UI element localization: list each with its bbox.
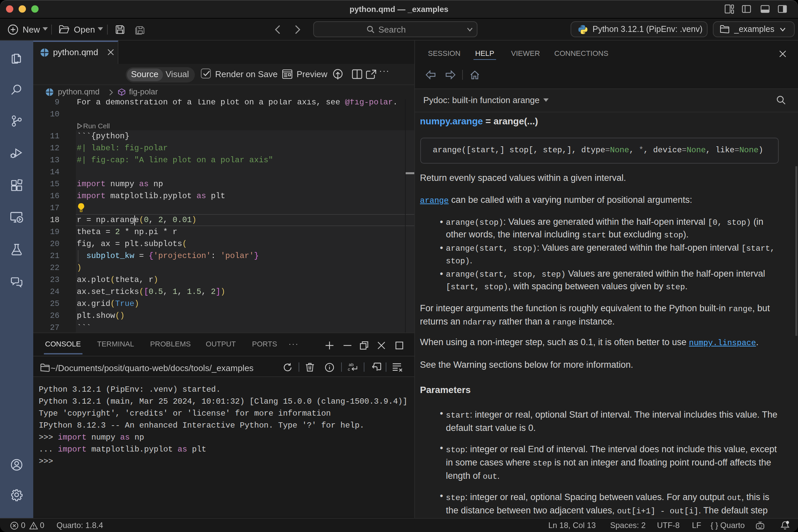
svg-text:ab: ab	[349, 362, 354, 367]
svg-text:c: c	[348, 367, 350, 372]
